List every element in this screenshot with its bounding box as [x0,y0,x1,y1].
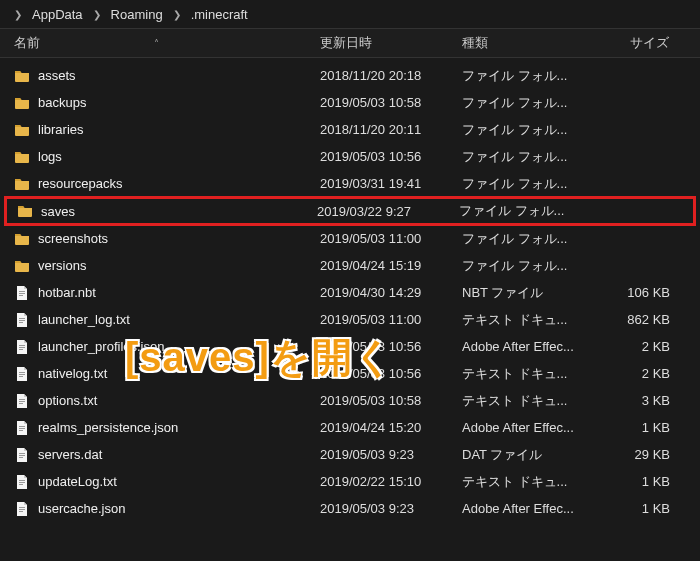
breadcrumb-item[interactable]: AppData [32,7,83,22]
file-row-hotbar-nbt[interactable]: hotbar.nbt2019/04/30 14:29NBT ファイル106 KB [0,279,700,306]
file-row-backups[interactable]: backups2019/05/03 10:58ファイル フォル... [0,89,700,116]
file-date-cell: 2018/11/20 20:11 [320,122,462,137]
file-name-cell: versions [14,258,320,274]
file-name-cell: usercache.json [14,501,320,517]
svg-rect-5 [19,322,23,323]
file-name-text: hotbar.nbt [38,285,96,300]
file-name-cell: realms_persistence.json [14,420,320,436]
file-row-launcher_log-txt[interactable]: launcher_log.txt2019/05/03 11:00テキスト ドキュ… [0,306,700,333]
svg-rect-17 [19,430,23,431]
svg-rect-1 [19,293,25,294]
file-date-cell: 2019/05/03 11:00 [320,312,462,327]
breadcrumb-item[interactable]: Roaming [111,7,163,22]
file-name-text: launcher_profiles.json [38,339,164,354]
file-type-cell: ファイル フォル... [462,94,612,112]
file-size-cell: 1 KB [612,420,700,435]
file-row-updateLog-txt[interactable]: updateLog.txt2019/02/22 15:10テキスト ドキュ...… [0,468,700,495]
chevron-right-icon: ❯ [10,9,26,20]
file-date-cell: 2019/05/03 10:56 [320,339,462,354]
file-icon [14,312,30,328]
file-date-cell: 2019/05/03 9:23 [320,447,462,462]
file-date-cell: 2019/03/31 19:41 [320,176,462,191]
file-name-text: updateLog.txt [38,474,117,489]
file-row-launcher_profiles-json[interactable]: launcher_profiles.json2019/05/03 10:56Ad… [0,333,700,360]
file-type-cell: Adobe After Effec... [462,501,612,516]
file-size-cell: 3 KB [612,393,700,408]
file-type-cell: テキスト ドキュ... [462,365,612,383]
svg-rect-2 [19,295,23,296]
svg-rect-20 [19,457,23,458]
svg-rect-19 [19,455,25,456]
folder-icon [14,231,30,247]
svg-rect-9 [19,372,25,373]
svg-rect-6 [19,345,25,346]
folder-icon [17,203,33,219]
folder-icon [14,176,30,192]
file-row-screenshots[interactable]: screenshots2019/05/03 11:00ファイル フォル... [0,225,700,252]
file-name-text: servers.dat [38,447,102,462]
column-header-date[interactable]: 更新日時 [320,34,462,52]
file-type-cell: ファイル フォル... [462,175,612,193]
svg-rect-18 [19,453,25,454]
file-name-cell: logs [14,149,320,165]
file-row-logs[interactable]: logs2019/05/03 10:56ファイル フォル... [0,143,700,170]
file-type-cell: ファイル フォル... [462,67,612,85]
file-list: assets2018/11/20 20:18ファイル フォル...backups… [0,58,700,522]
file-date-cell: 2019/04/30 14:29 [320,285,462,300]
file-name-text: saves [41,204,75,219]
column-header-size[interactable]: サイズ [612,34,700,52]
file-row-assets[interactable]: assets2018/11/20 20:18ファイル フォル... [0,62,700,89]
svg-rect-16 [19,428,25,429]
file-icon [14,501,30,517]
file-row-saves[interactable]: saves2019/03/22 9:27ファイル フォル... [4,196,696,226]
file-name-cell: libraries [14,122,320,138]
breadcrumb[interactable]: ❯ AppData ❯ Roaming ❯ .minecraft [0,0,700,28]
file-date-cell: 2019/04/24 15:19 [320,258,462,273]
file-name-text: resourcepacks [38,176,123,191]
svg-rect-3 [19,318,25,319]
file-row-libraries[interactable]: libraries2018/11/20 20:11ファイル フォル... [0,116,700,143]
file-date-cell: 2018/11/20 20:18 [320,68,462,83]
file-name-text: options.txt [38,393,97,408]
file-name-cell: assets [14,68,320,84]
svg-rect-22 [19,482,25,483]
svg-rect-11 [19,376,23,377]
file-type-cell: ファイル フォル... [462,121,612,139]
file-row-realms_persistence-json[interactable]: realms_persistence.json2019/04/24 15:20A… [0,414,700,441]
folder-icon [14,149,30,165]
file-date-cell: 2019/05/03 10:58 [320,393,462,408]
folder-icon [14,258,30,274]
svg-rect-14 [19,403,23,404]
file-name-cell: options.txt [14,393,320,409]
file-row-usercache-json[interactable]: usercache.json2019/05/03 9:23Adobe After… [0,495,700,522]
file-date-cell: 2019/05/03 10:56 [320,149,462,164]
column-header-name[interactable]: 名前 ˄ [14,34,320,52]
svg-rect-23 [19,484,23,485]
file-name-text: launcher_log.txt [38,312,130,327]
file-type-cell: ファイル フォル... [459,202,609,220]
svg-rect-21 [19,480,25,481]
file-date-cell: 2019/02/22 15:10 [320,474,462,489]
file-type-cell: ファイル フォル... [462,230,612,248]
file-row-versions[interactable]: versions2019/04/24 15:19ファイル フォル... [0,252,700,279]
file-name-cell: nativelog.txt [14,366,320,382]
column-header-row: 名前 ˄ 更新日時 種類 サイズ [0,28,700,58]
column-header-type[interactable]: 種類 [462,34,612,52]
folder-icon [14,95,30,111]
svg-rect-25 [19,509,25,510]
breadcrumb-item[interactable]: .minecraft [191,7,248,22]
chevron-right-icon: ❯ [89,9,105,20]
file-icon [14,339,30,355]
file-row-nativelog-txt[interactable]: nativelog.txt2019/05/03 10:56テキスト ドキュ...… [0,360,700,387]
svg-rect-15 [19,426,25,427]
svg-rect-24 [19,507,25,508]
file-row-options-txt[interactable]: options.txt2019/05/03 10:58テキスト ドキュ...3 … [0,387,700,414]
file-row-servers-dat[interactable]: servers.dat2019/05/03 9:23DAT ファイル29 KB [0,441,700,468]
file-row-resourcepacks[interactable]: resourcepacks2019/03/31 19:41ファイル フォル... [0,170,700,197]
file-name-text: realms_persistence.json [38,420,178,435]
svg-rect-0 [19,291,25,292]
file-name-cell: screenshots [14,231,320,247]
svg-rect-26 [19,511,23,512]
file-name-text: logs [38,149,62,164]
file-size-cell: 1 KB [612,474,700,489]
